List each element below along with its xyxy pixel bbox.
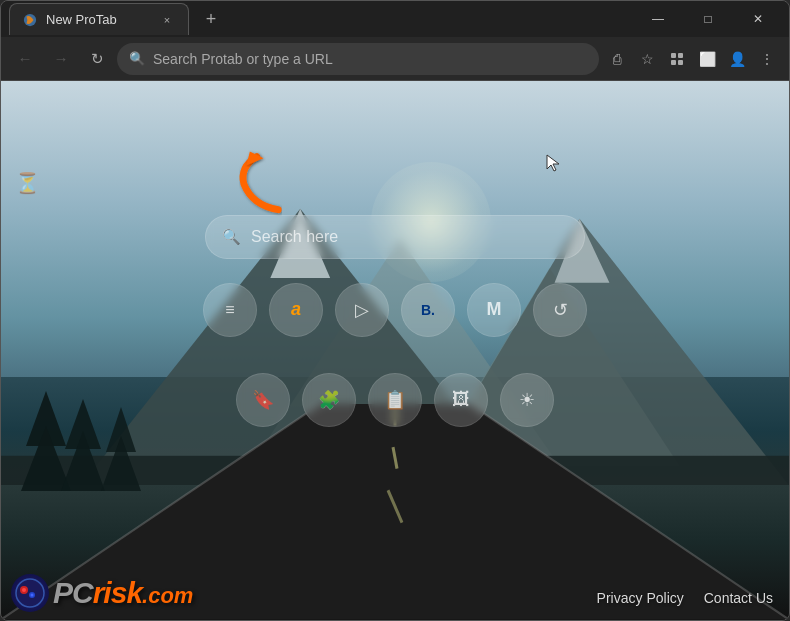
share-button[interactable]: ⎙	[603, 45, 631, 73]
svg-marker-18	[246, 151, 263, 165]
quick-link-extensions[interactable]: 🧩	[302, 373, 356, 427]
quick-link-bookmarks[interactable]: 🔖	[236, 373, 290, 427]
pcrisk-text-container: PC risk .com	[53, 576, 193, 610]
refresh-button[interactable]: ↻	[81, 43, 113, 75]
quick-links-row-1: ≡ a ▷ B. M ↺	[203, 283, 587, 337]
browser-frame: New ProTab × + — □ ✕ ← → ↻ 🔍 Search Prot…	[0, 0, 790, 621]
tab-close-button[interactable]: ×	[158, 11, 176, 29]
svg-point-23	[31, 594, 34, 597]
tab-favicon	[22, 12, 38, 28]
footer: Privacy Policy Contact Us	[597, 590, 773, 606]
active-tab[interactable]: New ProTab ×	[9, 3, 189, 35]
pcrisk-risk-text: risk	[93, 576, 142, 610]
extensions-icon	[670, 52, 684, 66]
svg-point-21	[22, 588, 26, 592]
extensions-button[interactable]	[663, 45, 691, 73]
menu-button[interactable]: ⋮	[753, 45, 781, 73]
pcrisk-logo-icon	[11, 574, 49, 612]
svg-rect-3	[671, 60, 676, 65]
quick-link-brightness[interactable]: ☀	[500, 373, 554, 427]
privacy-policy-link[interactable]: Privacy Policy	[597, 590, 684, 606]
quick-link-gmail[interactable]: M	[467, 283, 521, 337]
quick-link-amazon[interactable]: a	[269, 283, 323, 337]
search-container: 🔍 Search here ≡ a ▷ B. M ↺ 🔖 🧩 📋 🖼 ☀	[205, 215, 585, 427]
address-bar-placeholder: Search Protab or type a URL	[153, 51, 587, 67]
quick-link-tasks[interactable]: 📋	[368, 373, 422, 427]
quick-link-history[interactable]: ↺	[533, 283, 587, 337]
pcrisk-globe-icon	[14, 577, 46, 609]
forward-button[interactable]: →	[45, 43, 77, 75]
quick-links-row-2: 🔖 🧩 📋 🖼 ☀	[236, 373, 554, 427]
quick-link-video[interactable]: ▷	[335, 283, 389, 337]
title-bar: New ProTab × + — □ ✕	[1, 1, 789, 37]
arrow-indicator	[231, 149, 291, 223]
pcrisk-logo: PC risk .com	[11, 574, 193, 612]
close-button[interactable]: ✕	[735, 3, 781, 35]
quick-link-menu[interactable]: ≡	[203, 283, 257, 337]
quick-link-photos[interactable]: 🖼	[434, 373, 488, 427]
svg-rect-2	[678, 53, 683, 58]
main-search-icon: 🔍	[222, 228, 241, 246]
pcrisk-domain-text: .com	[142, 583, 193, 609]
split-view-button[interactable]: ⬜	[693, 45, 721, 73]
address-search-icon: 🔍	[129, 51, 145, 66]
window-controls: — □ ✕	[635, 3, 781, 35]
protab-favicon-icon	[23, 13, 37, 27]
address-bar[interactable]: 🔍 Search Protab or type a URL	[117, 43, 599, 75]
main-search-placeholder: Search here	[251, 228, 338, 246]
new-tab-button[interactable]: +	[197, 5, 225, 33]
arrow-icon	[231, 149, 291, 219]
quick-link-booking[interactable]: B.	[401, 283, 455, 337]
timer-icon: ⏳	[15, 171, 40, 195]
back-button[interactable]: ←	[9, 43, 41, 75]
svg-rect-4	[678, 60, 683, 65]
pcrisk-pc-text: PC	[53, 576, 93, 610]
svg-rect-1	[671, 53, 676, 58]
navigation-bar: ← → ↻ 🔍 Search Protab or type a URL ⎙ ☆ …	[1, 37, 789, 81]
contact-us-link[interactable]: Contact Us	[704, 590, 773, 606]
minimize-button[interactable]: —	[635, 3, 681, 35]
nav-right-buttons: ⎙ ☆ ⬜ 👤 ⋮	[603, 45, 781, 73]
tab-title: New ProTab	[46, 12, 150, 27]
maximize-button[interactable]: □	[685, 3, 731, 35]
page-content: ⏳ 🔍 Search here	[1, 81, 789, 620]
profile-button[interactable]: 👤	[723, 45, 751, 73]
bookmark-button[interactable]: ☆	[633, 45, 661, 73]
